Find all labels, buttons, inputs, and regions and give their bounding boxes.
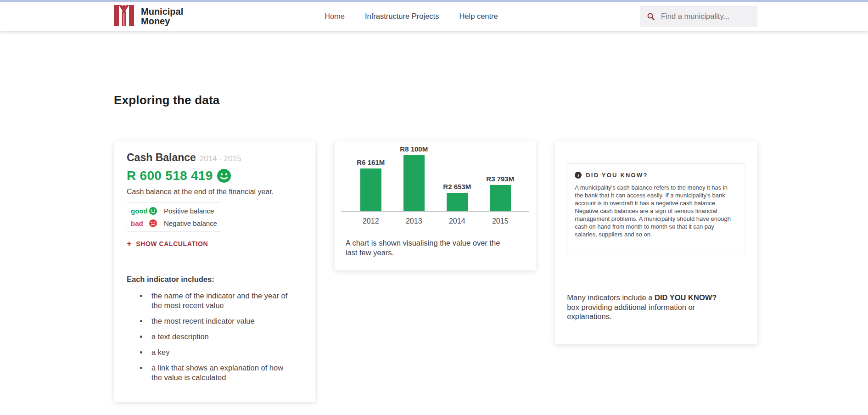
bar-category-label: 2015 <box>479 212 522 225</box>
chart-caption: A chart is shown visualising the value o… <box>346 238 509 258</box>
bar-column: R3 793M <box>479 175 522 211</box>
bar <box>403 155 425 211</box>
main-nav: Home Infrastructure Projects Help centre <box>325 2 498 31</box>
bar-column: R6 161M <box>349 158 392 211</box>
indicator-card: Cash Balance 2014 - 2015 R 600 518 419 <box>114 141 315 402</box>
list-item: a text description <box>148 332 290 342</box>
bar-value-label: R6 161M <box>357 158 385 166</box>
smiley-face-icon <box>217 169 231 183</box>
bar-column: R8 100M <box>392 145 436 211</box>
brand-logo-link[interactable]: Municipal Money <box>114 5 183 28</box>
bar <box>360 168 381 211</box>
bar <box>447 193 468 211</box>
key-row-good: good Positive balance <box>131 205 217 217</box>
main-content: Exploring the data Cash Balance 2014 - 2… <box>0 31 868 402</box>
plus-icon: + <box>127 241 132 247</box>
sad-face-icon <box>149 219 157 227</box>
municipality-search-box[interactable] <box>640 6 757 27</box>
chart-x-axis-labels: 2012201320142015 <box>341 212 530 225</box>
did-you-know-title: DID YOU KNOW? <box>586 172 648 179</box>
includes-list: the name of the indicator and the year o… <box>127 291 302 382</box>
smiley-face-icon <box>149 207 157 215</box>
did-you-know-caption: Many indicators include a DID YOU KNOW? … <box>567 293 725 321</box>
key-bad-label: bad <box>131 219 149 227</box>
search-input[interactable] <box>660 11 750 21</box>
bar-category-label: 2013 <box>392 212 436 225</box>
bar-chart: R6 161MR8 100MR2 653MR3 793M <box>341 145 530 212</box>
indicator-description: Cash balance at the end of the financial… <box>127 188 302 196</box>
list-item: the name of the indicator and the year o… <box>148 291 290 310</box>
nav-item-help-centre[interactable]: Help centre <box>459 12 498 21</box>
key-row-bad: bad Negative balance <box>131 217 217 230</box>
bar <box>490 185 511 211</box>
indicator-title: Cash Balance <box>127 151 196 164</box>
bar-category-label: 2012 <box>349 212 392 225</box>
list-item: the most recent indicator value <box>148 316 290 326</box>
did-you-know-box: i DID YOU KNOW? A municipality's cash ba… <box>567 163 745 254</box>
includes-heading: Each indicator includes: <box>127 275 302 284</box>
indicator-period: 2014 - 2015 <box>200 154 241 163</box>
brand-name: Municipal Money <box>141 7 183 26</box>
indicator-value: R 600 518 419 <box>127 168 213 183</box>
bar-category-label: 2014 <box>436 212 479 225</box>
title-divider <box>114 120 757 120</box>
key-bad-meaning: Negative balance <box>164 219 217 227</box>
municipal-money-logo-icon <box>114 5 134 28</box>
chart-card: R6 161MR8 100MR2 653MR3 793M 20122013201… <box>335 141 536 270</box>
nav-item-infrastructure-projects[interactable]: Infrastructure Projects <box>365 12 439 21</box>
cards-row: Cash Balance 2014 - 2015 R 600 518 419 <box>114 141 757 402</box>
show-calculation-button[interactable]: + SHOW CALCULATION <box>127 240 302 247</box>
key-good-label: good <box>131 207 149 215</box>
show-calculation-label: SHOW CALCULATION <box>136 240 208 247</box>
bar-value-label: R3 793M <box>486 175 514 183</box>
bar-column: R2 653M <box>436 183 479 211</box>
did-you-know-text: A municipality's cash balance refers to … <box>575 184 732 238</box>
bar-value-label: R2 653M <box>443 183 471 191</box>
site-header: Municipal Money Home Infrastructure Proj… <box>0 2 868 31</box>
page-title: Exploring the data <box>114 31 757 107</box>
search-icon <box>647 12 655 21</box>
did-you-know-card: i DID YOU KNOW? A municipality's cash ba… <box>555 141 757 344</box>
bar-value-label: R8 100M <box>400 145 428 153</box>
list-item: a key <box>148 348 290 357</box>
indicator-key: good Positive balance bad <box>127 202 221 232</box>
key-good-meaning: Positive balance <box>164 207 214 215</box>
list-item: a link that shows an explanation of how … <box>148 363 290 382</box>
nav-item-home[interactable]: Home <box>325 12 345 21</box>
info-circle-icon: i <box>575 172 582 179</box>
